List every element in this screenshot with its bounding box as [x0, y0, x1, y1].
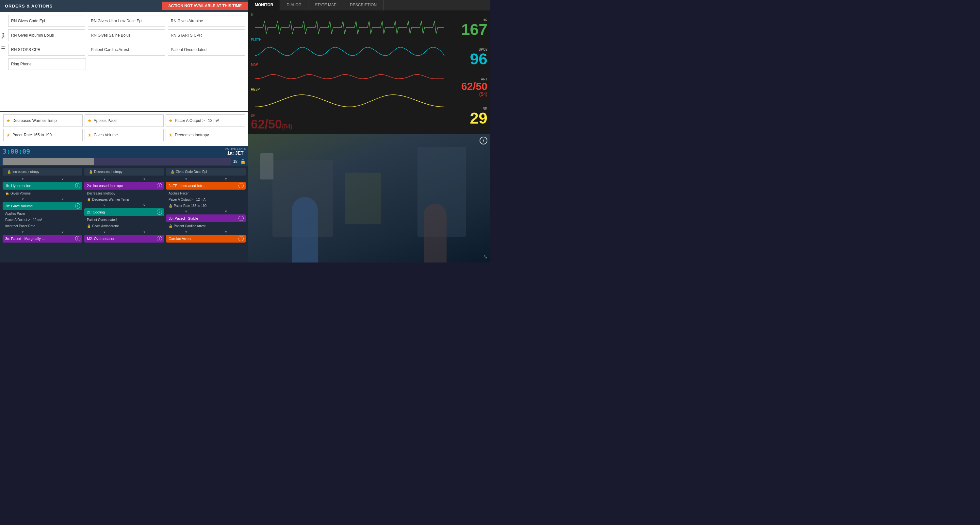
info-icon-2a[interactable]: i	[157, 183, 162, 188]
order-btn-rn-starts-cpr[interactable]: RN STARTS CPR	[168, 29, 245, 41]
tab-state-map[interactable]: STATE MAP	[309, 0, 343, 10]
action-label-patient-cardiac-arrest: Patient Cardiac Arrest	[174, 224, 205, 228]
simulation-scene: i ⤡	[248, 134, 490, 263]
scenario-btn-gives-volume[interactable]: ★ Gives Volume	[84, 129, 164, 141]
order-btn-rn-gives-ultra-low-dose-epi[interactable]: RN Gives Ultra Low Dose Epi	[88, 15, 165, 27]
state-node-1b-hypotension[interactable]: 1b: Hypotension i	[3, 182, 82, 190]
state-node-cardiac-arrest[interactable]: Cardiac Arrest i	[166, 235, 246, 243]
info-icon-2c[interactable]: i	[157, 209, 162, 215]
scenario-btn-pacer-rate[interactable]: ★ Pacer Rate 165 to 190	[3, 129, 83, 141]
info-icon-2aepi[interactable]: i	[239, 183, 244, 188]
lock-icon-5: 🔒	[87, 224, 91, 228]
node-3c-label: 3c: Paced - Marginally ...	[5, 237, 45, 241]
progress-row: 18 🔒	[0, 157, 248, 166]
order-btn-patient-cardiac-arrest[interactable]: Patient Cardiac Arrest	[88, 44, 165, 56]
state-node-m2-oversedation[interactable]: M2: Oversedation i	[84, 235, 164, 243]
action-label-applies-pacer-3: Applies Pacer	[169, 191, 189, 195]
order-btn-rn-gives-atropine[interactable]: RN Gives Atropine	[168, 15, 245, 27]
info-icon-m2[interactable]: i	[157, 236, 162, 241]
action-label-pacer-rate-165: Pacer Rate 165 to 190	[174, 204, 207, 207]
bp-sub-value: (54)	[282, 123, 293, 130]
active-state-name: 1a: JET	[225, 150, 246, 156]
node-1b-label: 1b: Hypotension	[5, 184, 31, 188]
order-btn-rn-gives-code-epi[interactable]: RN Gives Code Epi	[8, 15, 85, 27]
tab-monitor[interactable]: MONITOR	[248, 0, 280, 10]
orders-row-2: RN Gives Albumin Bolus RN Gives Saline B…	[8, 29, 245, 41]
active-state-label: ACTIVE STATE	[225, 147, 246, 150]
timer-display: 3:00:09	[3, 147, 30, 155]
action-applies-pacer: Applies Pacer	[3, 211, 82, 216]
order-btn-rn-gives-saline-bolus[interactable]: RN Gives Saline Bolus	[88, 29, 165, 41]
scenario-btn-decreases-inotropy[interactable]: ★ Decreases Inotropy	[165, 129, 245, 141]
art-sub: (54)	[453, 91, 487, 97]
col3-chevrons-1: ∨ ∨	[166, 177, 246, 180]
expand-icon[interactable]: ⤡	[483, 254, 487, 260]
state-node-2a-increased-inotrope[interactable]: 2a: Increased Inotrope i	[84, 182, 164, 190]
col1-top-action: 🔒 Increases Inotropy	[3, 168, 82, 176]
art-value: 62/50	[453, 81, 487, 91]
pleth-waveform-row: PLETH	[251, 38, 448, 61]
scenario-btn-label-4: Pacer Rate 165 to 190	[13, 133, 52, 137]
action-label-applies-pacer: Applies Pacer	[5, 212, 25, 215]
lock-icon-2: 🔒	[5, 191, 9, 195]
state-node-3c-paced-marginally[interactable]: 3c: Paced - Marginally ... i	[3, 235, 82, 243]
state-node-3b-paced-stable[interactable]: 3b: Paced - Stable i	[166, 214, 246, 222]
action-gives-code-dose-epi: 🔒 Gives Code Dose Epi	[168, 169, 244, 174]
action-label-gives-volume: Gives Volume	[10, 191, 31, 195]
ecg-label: II	[251, 13, 253, 17]
rr-value: 29	[453, 110, 487, 126]
map-waveform-row: MAP	[251, 63, 448, 86]
star-icon-4: ★	[6, 132, 10, 137]
action-label-pacer-a-3: Pacer A Output >= 12 mA	[169, 198, 205, 201]
chevron-11: ∨	[103, 230, 105, 233]
tab-dialog[interactable]: DIALOG	[280, 0, 308, 10]
info-overlay-icon[interactable]: i	[480, 137, 487, 145]
orders-row-4: Ring Phone	[8, 58, 245, 70]
lock-icon-8: 🔒	[169, 224, 172, 228]
info-icon-3b[interactable]: i	[239, 216, 244, 221]
timer-bar: 3:00:09 ACTIVE STATE 1a: JET	[0, 146, 248, 157]
order-btn-rn-stops-cpr[interactable]: RN STOPS CPR	[8, 44, 85, 56]
state-node-2c-cooling[interactable]: 2c: Cooling i	[84, 208, 164, 216]
state-column-1: 🔒 Increases Inotropy ∨ ∨ 1b: Hypotension…	[3, 168, 82, 260]
orders-buttons-area: RN Gives Code Epi RN Gives Ultra Low Dos…	[0, 12, 248, 111]
order-btn-rn-gives-albumin-bolus[interactable]: RN Gives Albumin Bolus	[8, 29, 85, 41]
info-icon-1b[interactable]: i	[75, 183, 80, 188]
ecg-waveform	[251, 18, 448, 37]
bp-large-number: 62/50	[251, 117, 282, 131]
resp-label: RESP	[251, 88, 260, 91]
spo2-value: 96	[453, 51, 487, 67]
chevron-12: ∨	[143, 230, 145, 233]
info-icon-3c[interactable]: i	[75, 236, 80, 241]
chevron-7: ∨	[103, 177, 105, 180]
action-decreases-inotropy-top: 🔒 Decreases Inotropy	[86, 169, 162, 174]
pleth-waveform	[251, 43, 448, 62]
run-icon: 🏃	[0, 33, 6, 39]
action-pacer-rate-165: 🔒 Pacer Rate 165 to 190	[166, 203, 246, 208]
action-label-decreases-inotropy: Decreases Inotropy	[94, 170, 123, 174]
order-btn-patient-oversedated[interactable]: Patient Oversedated	[168, 44, 245, 56]
state-node-2aepi[interactable]: 2aEPI: Increased Iotr... i	[166, 182, 246, 190]
scenario-btn-label-1: Decreases Warmer Temp	[13, 118, 57, 123]
scenario-btn-applies-pacer[interactable]: ★ Applies Pacer	[84, 115, 164, 127]
chevron-2: ∨	[61, 177, 64, 180]
bp-display-area: BP 62/50(54)	[251, 112, 448, 131]
tab-description[interactable]: DESCRIPTION	[343, 0, 383, 10]
ecg-waveform-row: II	[251, 13, 448, 36]
action-not-available-banner: ACTION NOT AVAILABLE AT THIS TIME	[162, 2, 248, 10]
scenario-btn-label-6: Decreases Inotropy	[175, 133, 209, 137]
node-2c-label: 2c: Cooling	[87, 210, 105, 214]
scene-bg: i ⤡	[248, 134, 490, 263]
orders-row-3: RN STOPS CPR Patient Cardiac Arrest Pati…	[8, 44, 245, 56]
star-icon-5: ★	[88, 132, 92, 137]
lock-icon-6: 🔒	[170, 170, 175, 174]
lock-icon: 🔒	[240, 159, 246, 164]
state-node-2b-gave-volume[interactable]: 2b: Gave Volume i	[3, 202, 82, 210]
info-icon-cardiac-arrest[interactable]: i	[239, 236, 244, 241]
info-icon-2b[interactable]: i	[75, 203, 80, 209]
scenario-btn-pacer-a-output[interactable]: ★ Pacer A Output >= 12 mA	[165, 115, 245, 127]
order-btn-ring-phone[interactable]: Ring Phone	[8, 58, 86, 70]
lock-icon-4: 🔒	[87, 198, 91, 201]
spo2-reading: SPO2 96	[453, 48, 487, 67]
scenario-btn-decreases-warmer-temp[interactable]: ★ Decreases Warmer Temp	[3, 115, 83, 127]
